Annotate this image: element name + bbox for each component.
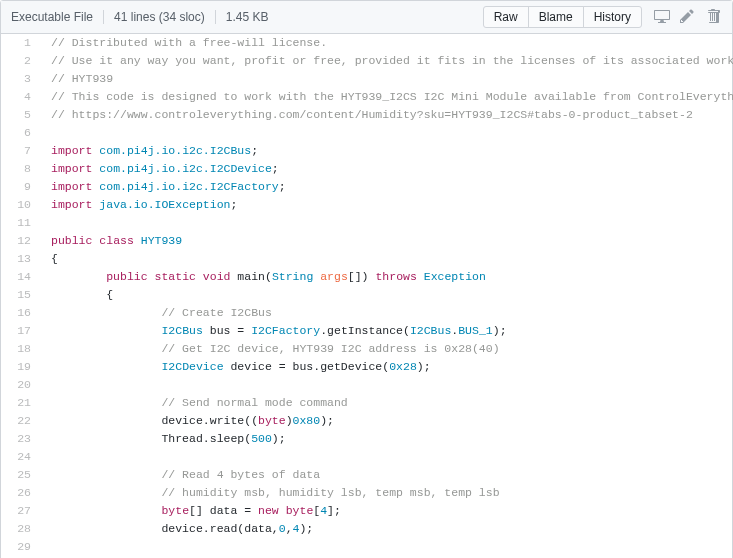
code-line: 27 byte[] data = new byte[4]; [1,502,733,520]
line-content[interactable] [41,376,733,394]
code-line: 20 [1,376,733,394]
line-content[interactable]: I2CBus bus = I2CFactory.getInstance(I2CB… [41,322,733,340]
code-line: 16 // Create I2CBus [1,304,733,322]
code-line: 13{ [1,250,733,268]
file-actions: Raw Blame History [483,6,642,28]
code-line: 3// HYT939 [1,70,733,88]
code-line: 29 [1,538,733,556]
line-number[interactable]: 13 [1,250,41,268]
code-line: 17 I2CBus bus = I2CFactory.getInstance(I… [1,322,733,340]
line-number[interactable]: 7 [1,142,41,160]
code-line: 18 // Get I2C device, HYT939 I2C address… [1,340,733,358]
line-number[interactable]: 22 [1,412,41,430]
line-content[interactable]: { [41,250,733,268]
code-line: 26 // humidity msb, humidity lsb, temp m… [1,484,733,502]
line-number[interactable]: 11 [1,214,41,232]
code-line: 15 { [1,286,733,304]
line-number[interactable]: 10 [1,196,41,214]
code-line: 12public class HYT939 [1,232,733,250]
code-line: 21 // Send normal mode command [1,394,733,412]
line-content[interactable] [41,214,733,232]
line-content[interactable]: import com.pi4j.io.i2c.I2CBus; [41,142,733,160]
code-line: 22 device.write((byte)0x80); [1,412,733,430]
line-number[interactable]: 15 [1,286,41,304]
file-line-count: 41 lines (34 sloc) [104,10,216,24]
line-content[interactable]: // Use it any way you want, profit or fr… [41,52,733,70]
line-content[interactable]: I2CDevice device = bus.getDevice(0x28); [41,358,733,376]
code-line: 6 [1,124,733,142]
line-content[interactable]: // This code is designed to work with th… [41,88,733,106]
history-button[interactable]: History [583,6,642,28]
line-number[interactable]: 1 [1,34,41,52]
line-content[interactable]: Thread.sleep(500); [41,430,733,448]
header-icons [654,8,722,27]
line-content[interactable]: { [41,286,733,304]
code-line: 28 device.read(data,0,4); [1,520,733,538]
line-number[interactable]: 3 [1,70,41,88]
line-number[interactable]: 21 [1,394,41,412]
code-line: 1// Distributed with a free-will license… [1,34,733,52]
line-content[interactable] [41,448,733,466]
line-content[interactable]: byte[] data = new byte[4]; [41,502,733,520]
line-content[interactable]: // https://www.controleverything.com/con… [41,106,733,124]
line-number[interactable]: 5 [1,106,41,124]
line-content[interactable]: import com.pi4j.io.i2c.I2CFactory; [41,178,733,196]
file-mode: Executable File [11,10,104,24]
line-number[interactable]: 9 [1,178,41,196]
raw-button[interactable]: Raw [483,6,529,28]
line-content[interactable]: // humidity msb, humidity lsb, temp msb,… [41,484,733,502]
line-number[interactable]: 17 [1,322,41,340]
desktop-icon[interactable] [654,8,670,27]
line-number[interactable]: 27 [1,502,41,520]
line-number[interactable]: 26 [1,484,41,502]
line-content[interactable]: // Read 4 bytes of data [41,466,733,484]
code-line: 8import com.pi4j.io.i2c.I2CDevice; [1,160,733,178]
line-number[interactable]: 18 [1,340,41,358]
blame-button[interactable]: Blame [528,6,584,28]
code-table: 1// Distributed with a free-will license… [1,34,733,558]
code-line: 2// Use it any way you want, profit or f… [1,52,733,70]
line-content[interactable]: // Create I2CBus [41,304,733,322]
line-number[interactable]: 16 [1,304,41,322]
pencil-icon[interactable] [680,8,696,27]
code-line: 11 [1,214,733,232]
line-number[interactable]: 8 [1,160,41,178]
line-content[interactable]: // Distributed with a free-will license. [41,34,733,52]
code-line: 4// This code is designed to work with t… [1,88,733,106]
code-line: 5// https://www.controleverything.com/co… [1,106,733,124]
code-line: 23 Thread.sleep(500); [1,430,733,448]
line-content[interactable] [41,538,733,556]
line-number[interactable]: 23 [1,430,41,448]
line-number[interactable]: 25 [1,466,41,484]
file-size: 1.45 KB [216,10,279,24]
line-content[interactable]: device.write((byte)0x80); [41,412,733,430]
code-line: 25 // Read 4 bytes of data [1,466,733,484]
line-content[interactable]: import com.pi4j.io.i2c.I2CDevice; [41,160,733,178]
code-line: 9import com.pi4j.io.i2c.I2CFactory; [1,178,733,196]
line-content[interactable]: // HYT939 [41,70,733,88]
line-number[interactable]: 6 [1,124,41,142]
line-content[interactable]: // Get I2C device, HYT939 I2C address is… [41,340,733,358]
line-number[interactable]: 19 [1,358,41,376]
line-content[interactable]: // Send normal mode command [41,394,733,412]
line-content[interactable] [41,124,733,142]
code-line: 14 public static void main(String args[]… [1,268,733,286]
line-number[interactable]: 4 [1,88,41,106]
line-number[interactable]: 12 [1,232,41,250]
line-number[interactable]: 24 [1,448,41,466]
line-number[interactable]: 28 [1,520,41,538]
code-line: 24 [1,448,733,466]
file-header: Executable File 41 lines (34 sloc) 1.45 … [1,1,732,34]
file-box: Executable File 41 lines (34 sloc) 1.45 … [0,0,733,558]
line-number[interactable]: 14 [1,268,41,286]
line-number[interactable]: 20 [1,376,41,394]
line-content[interactable]: public class HYT939 [41,232,733,250]
line-content[interactable]: device.read(data,0,4); [41,520,733,538]
line-content[interactable]: import java.io.IOException; [41,196,733,214]
line-content[interactable]: public static void main(String args[]) t… [41,268,733,286]
line-number[interactable]: 2 [1,52,41,70]
code-line: 10import java.io.IOException; [1,196,733,214]
trash-icon[interactable] [706,8,722,27]
line-number[interactable]: 29 [1,538,41,556]
code-line: 7import com.pi4j.io.i2c.I2CBus; [1,142,733,160]
